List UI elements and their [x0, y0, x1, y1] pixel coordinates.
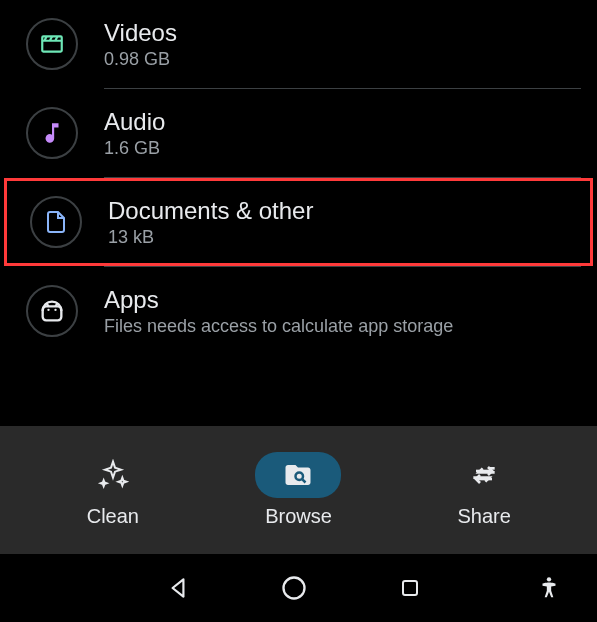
- nav-label: Browse: [265, 505, 332, 528]
- svg-point-8: [283, 578, 304, 599]
- category-size: 13 kB: [108, 227, 573, 248]
- category-row-apps[interactable]: Apps Files needs access to calculate app…: [0, 267, 597, 355]
- nav-label: Clean: [87, 505, 139, 528]
- nav-label: Share: [457, 505, 510, 528]
- svg-point-3: [54, 309, 56, 311]
- category-size: 1.6 GB: [104, 138, 577, 159]
- svg-rect-9: [403, 581, 417, 595]
- swap-arrows-icon: [468, 453, 500, 497]
- svg-rect-1: [43, 306, 62, 320]
- nav-browse[interactable]: Browse: [233, 453, 363, 528]
- system-nav-bar: [0, 554, 597, 622]
- sparkle-icon: [97, 453, 129, 497]
- category-row-documents[interactable]: Documents & other 13 kB: [4, 178, 593, 266]
- accessibility-button[interactable]: [531, 570, 567, 606]
- nav-share[interactable]: Share: [419, 453, 549, 528]
- category-title: Apps: [104, 286, 577, 314]
- svg-point-10: [547, 577, 551, 581]
- document-icon: [30, 196, 82, 248]
- category-size: Files needs access to calculate app stor…: [104, 316, 577, 337]
- recents-button[interactable]: [392, 570, 428, 606]
- category-size: 0.98 GB: [104, 49, 577, 70]
- nav-active-pill: [255, 452, 341, 498]
- folder-search-icon: [283, 460, 313, 490]
- svg-point-2: [47, 309, 49, 311]
- category-title: Videos: [104, 19, 577, 47]
- home-button[interactable]: [276, 570, 312, 606]
- bottom-nav: Clean Browse Sha: [0, 426, 597, 554]
- category-row-videos[interactable]: Videos 0.98 GB: [0, 0, 597, 88]
- category-list: Videos 0.98 GB Audio 1.6 GB: [0, 0, 597, 355]
- back-button[interactable]: [160, 570, 196, 606]
- android-icon: [26, 285, 78, 337]
- music-note-icon: [26, 107, 78, 159]
- clapperboard-icon: [26, 18, 78, 70]
- category-row-audio[interactable]: Audio 1.6 GB: [0, 89, 597, 177]
- category-title: Audio: [104, 108, 577, 136]
- category-title: Documents & other: [108, 197, 573, 225]
- nav-clean[interactable]: Clean: [48, 453, 178, 528]
